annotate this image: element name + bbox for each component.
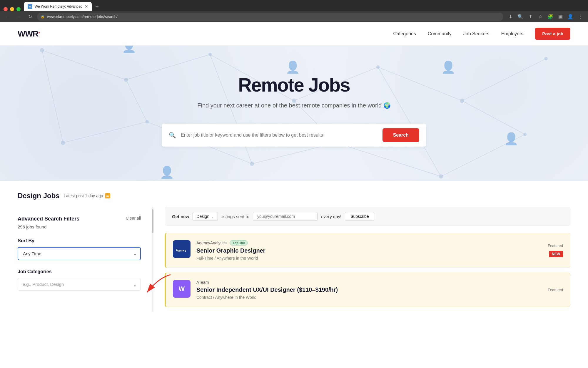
job-meta-1: Full-Time / Anywhere in the World [196,256,542,261]
category-dropdown[interactable]: Design ⌄ [193,212,218,221]
job-categories-label: Job Categories [18,269,141,274]
url-text: weworkremotely.com/remote-jobs/search/ [47,14,118,19]
job-card-2[interactable]: W ATeam Senior Independent UX/UI Designe… [165,273,570,307]
section-title: Design Jobs [18,192,60,200]
company-name-1: AgencyAnalytics [196,241,227,245]
svg-line-0 [42,50,126,80]
menu-icon[interactable]: ⋮ [576,13,584,21]
forward-button[interactable]: → [15,13,23,21]
hero-section: 👤 👤 👤 👤 👤 Remote Jobs Find your next car… [0,46,588,181]
category-select-wrapper: e.g., Product, Design ⌄ [18,278,141,291]
reload-button[interactable]: ↻ [26,13,34,21]
sort-select[interactable]: Any Time Last 24 Hours Last 7 Days Last … [18,247,141,260]
browser-tabs: W We Work Remotely: Advanced ✕ + [0,0,588,11]
job-info-1: AgencyAnalytics Top 100 Senior Graphic D… [196,240,542,261]
nav-links: Categories Community Job Seekers Employe… [393,28,570,40]
tab-close-button[interactable]: ✕ [85,4,88,9]
clear-all-link[interactable]: Clear all [126,216,141,221]
scrollbar-thumb[interactable] [152,209,153,233]
get-new-label: Get new [172,214,189,219]
svg-text:👤: 👤 [122,46,136,53]
svg-point-22 [460,99,464,103]
category-dropdown-chevron: ⌄ [211,214,214,218]
job-card-1[interactable]: Agency AgencyAnalytics Top 100 Senior Gr… [165,233,570,268]
svg-point-21 [376,65,380,69]
subscribe-button[interactable]: Subscribe [345,212,374,221]
svg-line-5 [462,59,546,101]
download-icon[interactable]: ⬇ [506,13,514,21]
profile-icon[interactable]: 👤 [566,13,574,21]
company-row-2: ATeam [196,280,542,285]
svg-line-11 [42,50,63,143]
company-row-1: AgencyAnalytics Top 100 [196,240,542,246]
listings-sent-label: listings sent to [221,214,249,219]
svg-point-19 [208,53,212,56]
back-button[interactable]: ← [4,13,12,21]
filters-title: Advanced Search Filters [18,216,79,222]
rss-icon[interactable] [105,193,110,198]
main-content: Advanced Search Filters Clear all 296 jo… [0,207,588,312]
new-tab-button[interactable]: + [93,2,101,11]
share-icon[interactable]: ⬆ [526,13,534,21]
zoom-icon[interactable]: 🔍 [516,13,524,21]
svg-text:👤: 👤 [285,60,300,74]
sidebar-header: Advanced Search Filters Clear all [18,216,141,222]
new-badge-1: NEW [549,251,563,257]
search-bar: 🔍 Search [162,124,426,147]
extension-icon[interactable]: 🧩 [546,13,554,21]
svg-point-29 [523,133,527,136]
svg-text:👤: 👤 [504,132,519,146]
annotation-arrow [141,272,176,302]
sidebar: Advanced Search Filters Clear all 296 jo… [18,207,153,312]
email-input[interactable] [253,212,318,221]
svg-point-28 [439,174,443,178]
window-maximize[interactable] [16,7,21,11]
svg-line-16 [462,101,525,134]
website: WWR● Categories Community Job Seekers Em… [0,22,588,312]
job-right-2: Featured [548,280,563,300]
lock-icon: 🔒 [41,15,45,19]
browser-chrome: W We Work Remotely: Advanced ✕ + ← → ↻ 🔒… [0,0,588,22]
category-select[interactable]: e.g., Product, Design [18,278,141,291]
svg-text:👤: 👤 [160,165,174,179]
nav-employers[interactable]: Employers [501,31,524,37]
sort-select-wrapper: Any Time Last 24 Hours Last 7 Days Last … [18,247,141,260]
svg-point-35 [106,196,107,197]
post-job-button[interactable]: Post a job [535,28,570,40]
active-tab[interactable]: W We Work Remotely: Advanced ✕ [24,2,92,11]
job-info-2: ATeam Senior Independent UX/UI Designer … [196,280,542,300]
nav-community[interactable]: Community [428,31,452,37]
search-icon: 🔍 [169,132,176,139]
job-title-1: Senior Graphic Designer [196,247,542,254]
featured-label-1: Featured [548,243,563,248]
search-input[interactable] [181,132,378,138]
every-day-label: every day! [321,214,341,219]
toolbar-actions: ⬇ 🔍 ⬆ ☆ 🧩 ▣ 👤 ⋮ [506,13,584,21]
job-title-2: Senior Independent UX/UI Designer ($110–… [196,286,542,293]
jobs-content: Get new Design ⌄ listings sent to every … [153,207,570,312]
hero-title: Remote Jobs [162,74,426,96]
subscribe-bar: Get new Design ⌄ listings sent to every … [165,207,570,226]
job-categories-section: Job Categories e.g., Product, Design ⌄ [18,269,141,291]
hero-content: Remote Jobs Find your next career at one… [162,74,426,147]
window-close[interactable] [4,7,8,11]
search-button[interactable]: Search [382,128,419,142]
hero-subtitle: Find your next career at one of the best… [162,102,426,109]
site-logo[interactable]: WWR● [18,29,40,39]
svg-text:👤: 👤 [441,60,456,74]
address-bar[interactable]: 🔒 weworkremotely.com/remote-jobs/search/ [37,13,503,21]
nav-categories[interactable]: Categories [393,31,416,37]
bookmark-icon[interactable]: ☆ [536,13,544,21]
window-minimize[interactable] [10,7,14,11]
svg-point-23 [544,57,547,60]
browser-toolbar: ← → ↻ 🔒 weworkremotely.com/remote-jobs/s… [0,11,588,22]
svg-line-9 [336,143,441,176]
featured-label-2: Featured [548,288,563,292]
svg-line-6 [63,122,147,143]
sidebar-toggle-icon[interactable]: ▣ [556,13,564,21]
navbar: WWR● Categories Community Job Seekers Em… [0,22,588,46]
sort-by-section: Sort By Any Time Last 24 Hours Last 7 Da… [18,238,141,260]
nav-job-seekers[interactable]: Job Seekers [463,31,490,37]
svg-line-12 [126,80,147,122]
tab-title: We Work Remotely: Advanced [35,4,82,9]
